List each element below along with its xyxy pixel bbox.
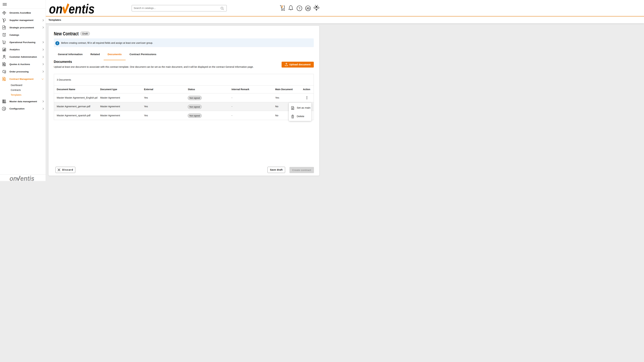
svg-text:entis: entis: [68, 3, 94, 14]
svg-text:on: on: [10, 175, 17, 181]
svg-text:on: on: [49, 3, 62, 14]
svg-text:§: §: [4, 79, 5, 81]
svg-text:?: ?: [298, 6, 300, 10]
svg-text:entis: entis: [20, 175, 34, 181]
svg-text:2: 2: [281, 5, 283, 8]
svg-text:JG: JG: [306, 7, 310, 10]
